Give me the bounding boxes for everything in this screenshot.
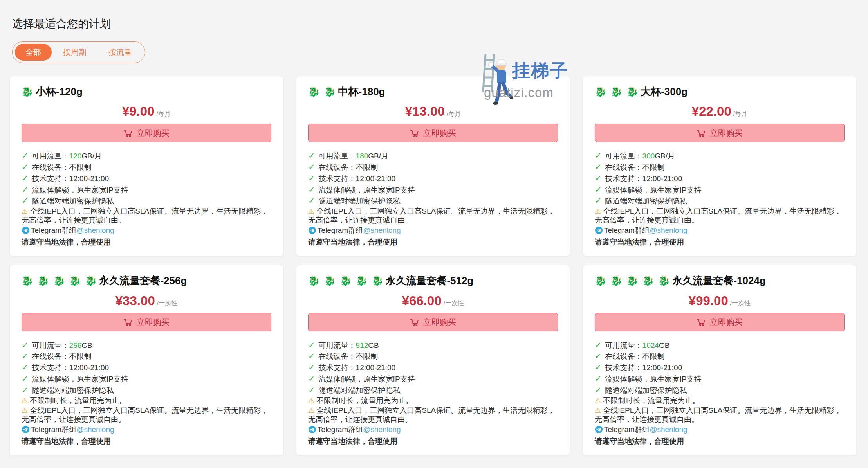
plan-card: 🐉 🐉 🐉 🐉 🐉永久流量套餐-1024g¥99.00/一次性立即购买✓可用流量…: [583, 265, 856, 455]
buy-now-button[interactable]: 立即购买: [308, 313, 558, 331]
dragon-emoji: 🐉 🐉 🐉 🐉 🐉: [22, 275, 97, 286]
feature-line: ⚠全线IEPL入口，三网独立入口高SLA保证。流量无边界，生活无限精彩，无高倍率…: [22, 207, 271, 225]
feature-text: 隧道端对端加密保护隐私: [319, 386, 401, 394]
plan-title: 🐉 🐉 🐉 🐉 🐉永久流量套餐-256g: [22, 275, 271, 287]
check-icon: ✓: [22, 363, 29, 372]
feature-line: ✓隧道端对端加密保护隐私: [22, 196, 271, 206]
telegram-handle-link[interactable]: @shenlong: [76, 425, 114, 434]
telegram-handle-link[interactable]: @shenlong: [650, 425, 687, 434]
feature-line: ✓技术支持：12:00-21:00: [308, 362, 558, 373]
feature-text: 1024: [642, 341, 659, 349]
feature-text: 120: [69, 152, 82, 160]
feature-text: 技术支持：12:00-21:00: [605, 175, 682, 183]
buy-now-label: 立即购买: [423, 128, 456, 139]
dragon-emoji: 🐉 🐉 🐉 🐉 🐉: [595, 275, 671, 286]
cart-icon: [697, 128, 706, 138]
feature-line: ✓在线设备：不限制: [308, 162, 558, 172]
feature-line: ✓流媒体解锁，原生家宽IP支持: [595, 185, 845, 195]
feature-line: ✓流媒体解锁，原生家宽IP支持: [308, 185, 558, 195]
check-icon: ✓: [308, 351, 315, 360]
plan-price: ¥13.00: [405, 104, 445, 119]
feature-line: ✓流媒体解锁，原生家宽IP支持: [22, 185, 271, 195]
cart-icon: [410, 128, 419, 138]
check-icon: ✓: [22, 351, 29, 360]
feature-line: ✓隧道端对端加密保护隐私: [308, 196, 558, 206]
feature-text: 可用流量：: [319, 341, 356, 349]
feature-text: 请遵守当地法律，合理使用: [308, 238, 397, 246]
feature-text: 全线IEPL入口，三网独立入口高SLA保证。流量无边界，生活无限精彩，无高倍率，…: [595, 406, 841, 423]
feature-text: 流媒体解锁，原生家宽IP支持: [605, 375, 702, 383]
plan-period: /一次性: [730, 300, 751, 306]
feature-line: 请遵守当地法律，合理使用: [595, 437, 845, 446]
cart-icon: [410, 317, 419, 327]
telegram-icon: [308, 425, 316, 436]
feature-text: 300: [642, 152, 655, 160]
plan-card: 🐉 🐉 🐉 🐉 🐉永久流量套餐-256g¥33.00/一次性立即购买✓可用流量：…: [10, 265, 283, 455]
feature-text: 流媒体解锁，原生家宽IP支持: [32, 186, 128, 194]
plan-features: ✓可用流量：256GB✓在线设备：不限制✓技术支持：12:00-21:00✓流媒…: [22, 340, 271, 446]
check-icon: ✓: [595, 340, 602, 349]
buy-now-button[interactable]: 立即购买: [22, 124, 271, 142]
feature-line: ⚠全线IEPL入口，三网独立入口高SLA保证。流量无边界，生活无限精彩，无高倍率…: [308, 406, 558, 424]
feature-line: Telegram群组@shenlong: [22, 226, 271, 237]
price-row: ¥22.00/每月: [595, 104, 845, 119]
plan-title: 🐉小杯-120g: [22, 86, 271, 98]
check-icon: ✓: [595, 363, 602, 372]
check-icon: ✓: [308, 385, 315, 394]
buy-now-button[interactable]: 立即购买: [22, 313, 271, 331]
feature-line: ✓可用流量：180GB/月: [308, 151, 558, 161]
telegram-handle-link[interactable]: @shenlong: [76, 226, 114, 234]
feature-text: GB: [368, 341, 379, 349]
check-icon: ✓: [595, 196, 602, 205]
feature-text: 隧道端对端加密保护隐私: [605, 197, 687, 205]
check-icon: ✓: [22, 162, 29, 171]
telegram-icon: [595, 226, 603, 237]
check-icon: ✓: [595, 151, 602, 160]
telegram-icon: [22, 226, 30, 237]
feature-text: 隧道端对端加密保护隐私: [32, 197, 114, 205]
feature-text: 请遵守当地法律，合理使用: [308, 437, 397, 445]
feature-text: 全线IEPL入口，三网独立入口高SLA保证。流量无边界，生活无限精彩，无高倍率，…: [22, 207, 268, 224]
feature-text: 可用流量：: [319, 152, 356, 160]
buy-now-button[interactable]: 立即购买: [595, 124, 845, 142]
telegram-handle-link[interactable]: @shenlong: [363, 226, 401, 234]
buy-now-button[interactable]: 立即购买: [595, 313, 845, 331]
feature-text: GB: [81, 341, 92, 349]
dragon-emoji: 🐉 🐉 🐉: [595, 86, 639, 97]
plan-name: 小杯-120g: [36, 86, 83, 97]
feature-line: ⚠不限制时长，流量用完为止。: [308, 396, 558, 405]
feature-text: 不限制时长，流量用完为止。: [316, 396, 413, 405]
telegram-handle-link[interactable]: @shenlong: [650, 226, 687, 234]
feature-text: 请遵守当地法律，合理使用: [22, 238, 111, 246]
check-icon: ✓: [308, 174, 315, 183]
feature-text: Telegram群组: [31, 226, 76, 234]
telegram-handle-link[interactable]: @shenlong: [363, 425, 401, 434]
plan-name: 永久流量套餐-256g: [99, 275, 187, 286]
plan-price: ¥9.00: [122, 104, 155, 119]
check-icon: ✓: [595, 385, 602, 394]
telegram-icon: [308, 226, 316, 237]
feature-text: 技术支持：12:00-21:00: [605, 364, 682, 372]
filter-tab-by-period[interactable]: 按周期: [52, 44, 97, 61]
feature-text: GB: [659, 341, 669, 349]
feature-line: ⚠全线IEPL入口，三网独立入口高SLA保证。流量无边界，生活无限精彩，无高倍率…: [22, 406, 271, 424]
feature-line: 请遵守当地法律，合理使用: [22, 238, 271, 247]
feature-line: ✓可用流量：1024GB: [595, 340, 845, 350]
check-icon: ✓: [595, 351, 602, 360]
check-icon: ✓: [308, 162, 315, 171]
feature-line: 请遵守当地法律，合理使用: [308, 238, 558, 247]
telegram-icon: [595, 425, 603, 436]
feature-text: Telegram群组: [31, 425, 76, 434]
plan-features: ✓可用流量：1024GB✓在线设备：不限制✓技术支持：12:00-21:00✓流…: [595, 340, 845, 446]
plan-price: ¥33.00: [115, 293, 155, 308]
filter-tab-by-traffic[interactable]: 按流量: [98, 44, 143, 61]
plan-card: 🐉 🐉 🐉 🐉 🐉永久流量套餐-512g¥66.00/一次性立即购买✓可用流量：…: [296, 265, 570, 455]
feature-line: ⚠全线IEPL入口，三网独立入口高SLA保证。流量无边界，生活无限精彩，无高倍率…: [595, 207, 845, 225]
filter-tab-all[interactable]: 全部: [15, 44, 52, 61]
feature-text: 流媒体解锁，原生家宽IP支持: [319, 375, 415, 383]
check-icon: ✓: [22, 340, 29, 349]
feature-text: 技术支持：12:00-21:00: [319, 364, 395, 372]
buy-now-button[interactable]: 立即购买: [308, 124, 558, 142]
check-icon: ✓: [595, 185, 602, 194]
feature-text: Telegram群组: [604, 226, 650, 234]
